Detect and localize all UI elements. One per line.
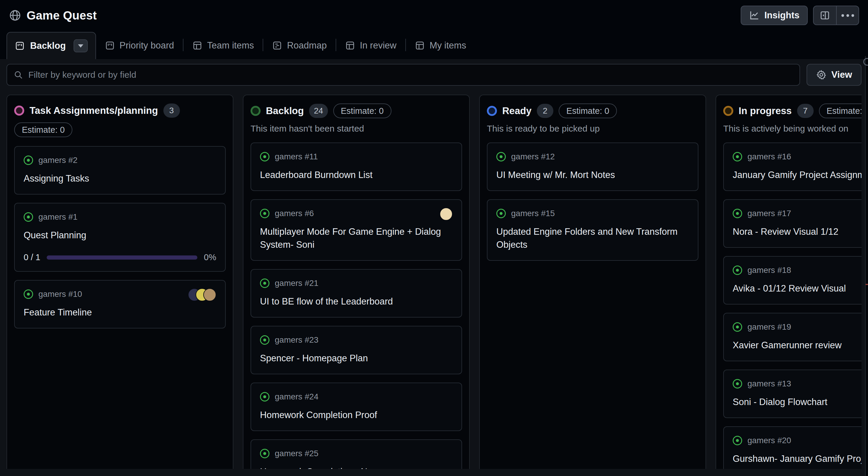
avatar-stack: [188, 288, 216, 301]
card[interactable]: gamers #25Homework Completion - Nora: [251, 439, 462, 469]
card[interactable]: gamers #6Multiplayer Mode For Game Engin…: [251, 199, 462, 261]
progress-count: 0 / 1: [24, 252, 40, 262]
card-repo-ref: gamers #19: [747, 322, 791, 332]
card-title[interactable]: Feature Timeline: [24, 306, 216, 319]
column-in-progress: In progress7Estimate: 0This is actively …: [716, 95, 862, 469]
card-meta-row: gamers #25: [260, 449, 453, 458]
open-issue-icon: [496, 152, 506, 161]
card-title[interactable]: Spencer - Homepage Plan: [260, 352, 453, 365]
card-meta-row: gamers #12: [496, 152, 689, 161]
card-title[interactable]: Nora - Review Visual 1/12: [733, 225, 862, 238]
next-column-edge: [865, 56, 868, 476]
task-progress-row: 0 / 10%: [24, 252, 216, 262]
more-options-button[interactable]: [836, 6, 859, 25]
chevron-down-icon: [78, 44, 83, 48]
card-title[interactable]: January Gamify Project Assignment: [733, 169, 862, 181]
card-title[interactable]: Updated Engine Folders and New Transform…: [496, 225, 689, 251]
card[interactable]: gamers #10Feature Timeline: [14, 280, 226, 328]
card[interactable]: gamers #21UI to BE flow of the Leaderboa…: [251, 269, 462, 318]
open-issue-icon: [733, 209, 742, 218]
card-meta-row: gamers #13: [733, 379, 862, 388]
tab-label: Team items: [207, 40, 254, 51]
tab-label: Priority board: [120, 40, 174, 51]
view-button-label: View: [831, 69, 852, 80]
content-area: Filter by keyword or by field View Task …: [0, 59, 868, 469]
card-title[interactable]: Soni - Dialog Flowchart: [733, 395, 862, 409]
card[interactable]: gamers #11Leaderboard Burndown List: [251, 143, 462, 191]
card-title[interactable]: Leaderboard Burndown List: [260, 169, 453, 181]
card-title[interactable]: Avika - 01/12 Review Visual: [733, 282, 862, 295]
estimate-pill: Estimate: 0: [14, 122, 72, 137]
view-settings-button[interactable]: View: [807, 64, 862, 86]
column-count-badge: 3: [163, 103, 180, 118]
open-issue-icon: [260, 335, 270, 345]
table-icon: [345, 40, 355, 51]
card-meta-row: gamers #16: [733, 152, 862, 161]
card-title[interactable]: Homework Completion Proof: [260, 409, 453, 422]
card-repo-ref: gamers #17: [747, 209, 791, 218]
tab-roadmap[interactable]: Roadmap: [263, 32, 335, 59]
card[interactable]: gamers #15Updated Engine Folders and New…: [487, 199, 699, 261]
card[interactable]: gamers #16January Gamify Project Assignm…: [723, 143, 862, 191]
open-issue-icon: [496, 209, 506, 218]
cards-list: gamers #16January Gamify Project Assignm…: [723, 143, 862, 469]
card[interactable]: gamers #13Soni - Dialog Flowchart: [723, 369, 862, 418]
card-title[interactable]: Multiplayer Mode For Game Engine + Dialo…: [260, 225, 453, 251]
card[interactable]: gamers #2Assigning Tasks: [14, 146, 226, 195]
globe-icon: [9, 9, 21, 22]
open-issue-icon: [260, 278, 270, 288]
tab-label: In review: [360, 40, 397, 51]
estimate-pill: Estimate: 0: [333, 103, 392, 118]
project-board-icon: [15, 41, 25, 51]
open-issue-icon: [733, 266, 742, 275]
card[interactable]: gamers #1Quest Planning0 / 10%: [14, 203, 226, 272]
card-title[interactable]: Assigning Tasks: [24, 172, 216, 185]
filter-input[interactable]: Filter by keyword or by field: [6, 64, 800, 86]
card-title[interactable]: Gurshawn- January Gamify Project: [733, 452, 862, 465]
tab-team-items[interactable]: Team items: [183, 32, 262, 59]
filter-row: Filter by keyword or by field View: [6, 64, 862, 86]
card[interactable]: gamers #18Avika - 01/12 Review Visual: [723, 256, 862, 304]
tab-backlog[interactable]: Backlog: [6, 32, 96, 59]
app-header: Game Quest Insights: [0, 0, 868, 31]
card-meta-row: gamers #2: [24, 155, 216, 165]
card[interactable]: gamers #20Gurshawn- January Gamify Proje…: [723, 426, 862, 469]
card[interactable]: gamers #17Nora - Review Visual 1/12: [723, 199, 862, 248]
open-issue-icon: [260, 152, 270, 161]
card-title[interactable]: Quest Planning: [24, 229, 216, 242]
top-chrome: Game Quest Insights: [0, 0, 868, 59]
tab-label: My items: [430, 40, 466, 51]
card-title[interactable]: Xavier Gamerunner review: [733, 339, 862, 352]
line-chart-icon: [749, 10, 760, 21]
column-status-dot: [723, 106, 733, 116]
column-count-badge: 24: [309, 104, 328, 118]
tab-in-review[interactable]: In review: [336, 32, 405, 59]
card[interactable]: gamers #23Spencer - Homepage Plan: [251, 326, 462, 374]
card-repo-ref: gamers #10: [38, 290, 82, 299]
ellipsis-icon: [841, 14, 854, 17]
tab-priority-board[interactable]: Priority board: [96, 32, 183, 59]
collapse-side-panel-icon: [819, 10, 830, 21]
column-count-badge: 7: [797, 104, 814, 118]
cards-list: gamers #2Assigning Tasksgamers #1Quest P…: [14, 146, 226, 328]
progress-bar: [47, 256, 197, 260]
card[interactable]: gamers #12UI Meeting w/ Mr. Mort Notes: [487, 143, 699, 191]
card-meta-row: gamers #11: [260, 152, 453, 161]
insights-button[interactable]: Insights: [741, 6, 808, 25]
card-repo-ref: gamers #13: [747, 379, 791, 388]
tab-my-items[interactable]: My items: [406, 32, 475, 59]
open-issue-icon: [24, 155, 33, 165]
view-options-chevron-button[interactable]: [73, 39, 88, 52]
collapse-side-panel-button[interactable]: [814, 6, 836, 25]
card-repo-ref: gamers #25: [275, 449, 318, 458]
card[interactable]: gamers #19Xavier Gamerunner review: [723, 313, 862, 361]
card-meta-row: gamers #24: [260, 392, 453, 401]
tab-label: Roadmap: [287, 40, 327, 51]
card-title[interactable]: Homework Completion - Nora: [260, 465, 453, 469]
card-title[interactable]: UI to BE flow of the Leaderboard: [260, 295, 453, 308]
card-title[interactable]: UI Meeting w/ Mr. Mort Notes: [496, 169, 689, 181]
card-meta-row: gamers #21: [260, 278, 453, 288]
card[interactable]: gamers #24Homework Completion Proof: [251, 383, 462, 431]
card-repo-ref: gamers #24: [275, 392, 318, 401]
card-repo-ref: gamers #6: [275, 209, 314, 218]
